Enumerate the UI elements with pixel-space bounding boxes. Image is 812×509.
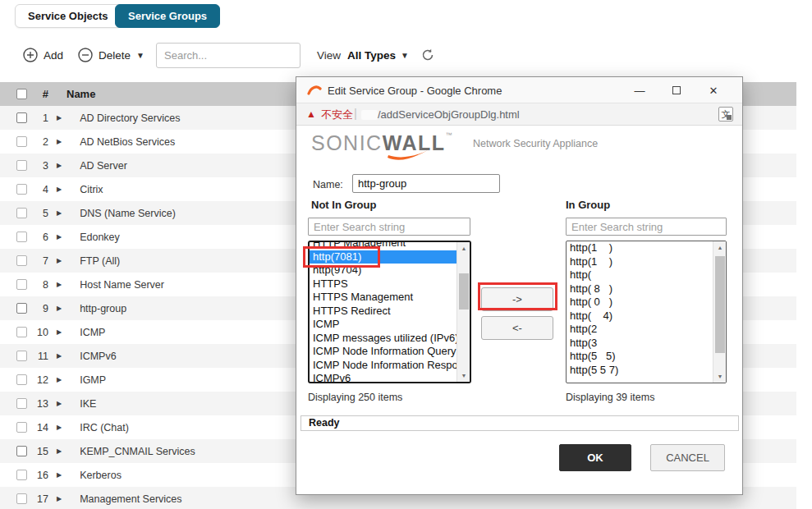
expand-arrow-icon[interactable]: ▶ (57, 114, 62, 122)
row-checkbox[interactable] (16, 470, 27, 480)
expand-arrow-icon[interactable]: ▶ (57, 471, 62, 479)
in-group-item[interactable]: http(1 ) (567, 241, 713, 255)
expand-arrow-icon[interactable]: ▶ (57, 424, 62, 431)
row-checkbox[interactable] (16, 184, 27, 195)
translate-icon[interactable]: 文 (718, 107, 733, 122)
in-group-search-input[interactable] (566, 218, 727, 236)
in-group-item[interactable]: http( (567, 268, 713, 282)
maximize-button[interactable] (658, 77, 695, 103)
not-in-group-item[interactable]: ICMP messages utilized (IPv6) (310, 332, 456, 346)
close-button[interactable]: ✕ (695, 77, 732, 103)
not-in-group-item[interactable]: HTTPS Management (310, 291, 456, 305)
row-checkbox[interactable] (16, 303, 27, 314)
in-group-item[interactable]: http( 0 ) (567, 296, 713, 310)
remove-from-group-button[interactable]: <- (481, 316, 553, 340)
not-in-group-item[interactable]: ICMP Node Information Query (310, 345, 456, 359)
scrollbar-thumb[interactable] (715, 256, 725, 353)
not-in-group-item[interactable]: HTTPS Redirect (310, 305, 456, 319)
row-checkbox[interactable] (16, 493, 27, 504)
row-name: IGMP (80, 374, 106, 386)
scroll-up-icon[interactable]: ▲ (457, 242, 470, 254)
delete-button[interactable]: Delete ▼ (78, 41, 145, 69)
not-in-group-item[interactable]: http(9704) (310, 264, 456, 277)
name-input[interactable] (352, 174, 500, 193)
row-checkbox[interactable] (16, 279, 27, 290)
row-checkbox[interactable] (16, 208, 27, 218)
expand-arrow-icon[interactable]: ▶ (57, 162, 62, 169)
scroll-down-icon[interactable]: ▼ (713, 370, 727, 383)
expand-arrow-icon[interactable]: ▶ (57, 495, 62, 502)
row-checkbox[interactable] (16, 112, 27, 123)
not-in-group-item[interactable]: ICMP (310, 318, 456, 332)
row-checkbox[interactable] (16, 255, 27, 266)
tab-service-groups[interactable]: Service Groups (115, 4, 220, 28)
expand-arrow-icon[interactable]: ▶ (57, 257, 62, 264)
select-all-checkbox[interactable] (16, 89, 27, 99)
in-group-item[interactable]: http( 8 ) (567, 282, 713, 296)
not-in-group-search-input[interactable] (308, 218, 470, 236)
not-in-group-item[interactable]: HTTPS (310, 277, 456, 291)
row-name: http-group (80, 303, 126, 314)
refresh-icon[interactable] (420, 48, 435, 62)
redacted-host (361, 110, 378, 120)
in-group-listbox[interactable]: http(1 )http(1 )http( http( 8 )http( 0 )… (566, 241, 727, 383)
dialog-titlebar: Edit Service Group - Google Chrome — ✕ (296, 77, 742, 103)
ok-button[interactable]: OK (559, 444, 631, 471)
expand-arrow-icon[interactable]: ▶ (57, 376, 62, 383)
row-checkbox[interactable] (16, 232, 27, 242)
minimize-button[interactable]: — (622, 77, 658, 103)
row-checkbox[interactable] (16, 374, 27, 385)
not-in-group-item[interactable]: http(7081) (310, 250, 456, 264)
in-group-item[interactable]: http(5 5 7) (567, 364, 713, 378)
expand-arrow-icon[interactable]: ▶ (57, 281, 62, 288)
row-checkbox[interactable] (16, 327, 27, 337)
minus-circle-icon (78, 48, 93, 62)
search-input[interactable] (156, 43, 300, 68)
row-number: 12 (32, 374, 48, 386)
move-to-group-button[interactable]: -> (481, 287, 553, 311)
cancel-button[interactable]: CANCEL (650, 444, 725, 471)
row-checkbox[interactable] (16, 160, 27, 171)
not-in-group-item[interactable]: HTTP Management (310, 241, 456, 250)
row-number: 7 (32, 255, 48, 267)
expand-arrow-icon[interactable]: ▶ (57, 209, 62, 217)
expand-arrow-icon[interactable]: ▶ (57, 305, 62, 312)
row-checkbox[interactable] (16, 422, 27, 433)
in-group-item[interactable]: http(1 ) (567, 255, 713, 269)
row-number: 6 (32, 232, 48, 243)
expand-arrow-icon[interactable]: ▶ (57, 447, 62, 455)
expand-arrow-icon[interactable]: ▶ (57, 233, 62, 241)
not-in-group-scrollbar[interactable]: ▲ ▼ (456, 242, 470, 382)
view-type-dropdown[interactable]: All Types ▼ (347, 49, 409, 62)
not-in-group-item[interactable]: ICMP Node Information Respon (310, 359, 456, 373)
row-checkbox[interactable] (16, 351, 27, 361)
row-number: 13 (32, 398, 48, 410)
add-button[interactable]: Add (23, 41, 63, 69)
in-group-item[interactable]: http( 4) (567, 310, 713, 323)
expand-arrow-icon[interactable]: ▶ (57, 328, 62, 336)
scrollbar-thumb[interactable] (459, 273, 469, 310)
in-group-item[interactable]: http(5 5) (567, 350, 713, 364)
scroll-down-icon[interactable]: ▼ (457, 369, 470, 382)
logo-tm: ™ (446, 131, 454, 139)
in-group-item[interactable]: http(2 (567, 323, 713, 337)
row-number: 8 (32, 279, 48, 291)
scroll-up-icon[interactable]: ▲ (713, 241, 727, 254)
in-group-scrollbar[interactable]: ▲ ▼ (713, 241, 726, 383)
plus-circle-icon (23, 48, 38, 62)
not-in-group-item[interactable]: ICMPv6 (310, 372, 456, 383)
expand-arrow-icon[interactable]: ▶ (57, 352, 62, 360)
tab-service-objects[interactable]: Service Objects (15, 4, 122, 28)
row-name: AD Directory Services (80, 112, 180, 124)
sonicwall-favicon (307, 83, 322, 98)
row-checkbox[interactable] (16, 446, 27, 456)
edit-service-group-dialog: Edit Service Group - Google Chrome — ✕ ▲… (296, 76, 743, 495)
row-checkbox[interactable] (16, 136, 27, 147)
row-checkbox[interactable] (16, 398, 27, 409)
in-group-item[interactable]: http(3 (567, 337, 713, 351)
expand-arrow-icon[interactable]: ▶ (57, 138, 62, 145)
expand-arrow-icon[interactable]: ▶ (57, 186, 62, 193)
row-name: Edonkey (80, 232, 120, 243)
expand-arrow-icon[interactable]: ▶ (57, 400, 62, 407)
not-in-group-listbox[interactable]: HTTP Managementhttp(7081)http(9704)HTTPS… (308, 241, 471, 383)
